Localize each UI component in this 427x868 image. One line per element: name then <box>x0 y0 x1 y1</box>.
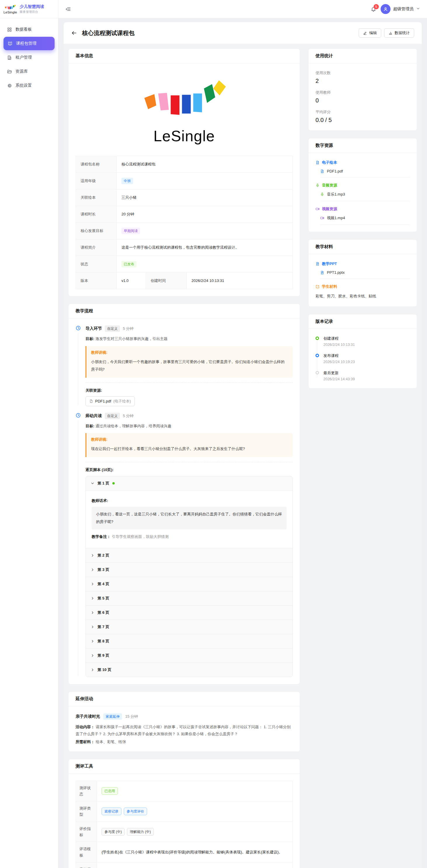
file-icon <box>89 399 93 403</box>
activity-header: 亲子共读时光 家庭延伸 15 分钟 <box>75 713 293 720</box>
resource-file[interactable]: 音乐1.mp3 <box>320 192 410 201</box>
basic-info-table: 课程包名称 核心流程测试课程包 适用年级 中班 关联绘本 <box>75 156 293 289</box>
table-row: 核心发展目标 早期阅读 <box>76 222 293 239</box>
sidebar-item-label: 系统设置 <box>16 83 32 88</box>
resource-group-audio: 音频资源 音乐1.mp3 <box>315 183 410 201</box>
table-row: 评价指标 参与度 (中) 理解能力 (中) <box>76 822 293 842</box>
row-label: 核心发展目标 <box>76 223 117 239</box>
timeline-event-updated: 最后更新 2026/2/24 14:43:39 <box>324 370 410 381</box>
group-label-text: 音频资源 <box>322 183 337 188</box>
version-timeline: 创建课程 2026/2/24 10:13:31 发布课程 2026/2/24 1… <box>315 336 410 381</box>
teacher-script-box: 教师讲稿: 小朋友们，今天我们要听一个有趣的故事，故事里有三只可爱的小猪，它们要… <box>86 346 293 378</box>
file-name: 音乐1.mp3 <box>327 192 345 197</box>
row-label: 课程简介 <box>76 239 117 256</box>
script-label: 教师讲稿: <box>91 437 288 442</box>
group-label: 学生材料 <box>315 284 410 289</box>
card-title: 数字资源 <box>308 138 417 153</box>
table-row: 测评类型 观察记录 参与度评价 <box>76 801 293 822</box>
table-row: 适用年级 中班 <box>76 173 293 189</box>
resource-file[interactable]: PDF1.pdf <box>320 169 410 178</box>
accordion-row-page-2[interactable]: 第 2 页 <box>86 548 293 562</box>
card-title: 测评工具 <box>69 759 300 774</box>
step-header: 师幼共读 自定义 5 分钟 <box>86 413 293 419</box>
chevron-down-icon <box>416 7 420 11</box>
script-text: 小朋友们，今天我们要听一个有趣的故事，故事里有三只可爱的小猪，它们要盖房子。你们… <box>91 358 288 373</box>
event-label: 发布课程 <box>324 353 410 359</box>
data-stats-button[interactable]: 数据统计 <box>384 28 414 38</box>
material-group-ppt: 教学PPT PPT1.pptx <box>315 261 410 279</box>
row-value: 三只小猪 <box>117 189 293 206</box>
pencil-icon <box>363 31 367 35</box>
row-label: 评价指标 <box>76 822 97 842</box>
accordion-row-page-5[interactable]: 第 5 页 <box>86 591 293 605</box>
timeline-event-created: 创建课程 2026/2/24 10:13:31 <box>324 336 410 347</box>
user-menu[interactable]: 超级管理员 <box>380 4 420 14</box>
resource-file[interactable]: PPT1.pptx <box>320 270 410 279</box>
accordion-row-page-9[interactable]: 第 9 页 <box>86 648 293 662</box>
created-time-value: 2026/2/24 10:13:31 <box>187 273 293 289</box>
accordion-row-page-1[interactable]: 第 1 页 <box>86 476 293 490</box>
folder-icon <box>7 69 12 74</box>
page-row-label: 第 5 页 <box>97 596 109 601</box>
activity-materials-label: 所需材料： <box>75 740 95 744</box>
step-goal: 目标: 通过共读绘本，理解故事内容，培养阅读兴趣 <box>86 423 293 429</box>
row-value: 早期阅读 <box>117 223 293 239</box>
clock-icon <box>75 413 81 418</box>
teaching-flow-card: 教学流程 导入环节 自定义 <box>68 304 300 684</box>
stat-label: 平均评分 <box>315 110 410 115</box>
goal-text: 激发学生对三只小猪故事的兴趣，引出主题 <box>95 337 167 341</box>
accordion-row-page-7[interactable]: 第 7 页 <box>86 620 293 634</box>
topbar-right: 5 超级管理员 <box>371 4 420 14</box>
comment-template-text: {学生姓名}在《三只小猪》课程中表现出{评价等级}的阅读理解能力。能够{具体表现… <box>97 842 293 862</box>
step-type-badge: 自定义 <box>105 413 120 419</box>
activity-materials: 所需材料： 绘本、彩笔、纸张 <box>75 739 293 745</box>
row-label: 课程时长 <box>76 206 117 222</box>
chevron-down-icon <box>91 482 94 485</box>
event-time: 2026/2/24 14:43:39 <box>324 377 410 381</box>
edit-button[interactable]: 编辑 <box>359 28 381 38</box>
accordion-row-page-10[interactable]: 第 10 页 <box>86 662 293 677</box>
resource-chip[interactable]: PDF1.pdf (电子绘本) <box>86 396 135 406</box>
sidebar-item-resources[interactable]: 资源库 <box>0 65 58 78</box>
assessment-type-badge: 参与度评价 <box>124 808 147 815</box>
stat-value: 2 <box>315 78 410 84</box>
timeline-event-published: 发布课程 2026/2/24 10:19:23 <box>324 353 410 364</box>
chevron-right-icon <box>91 582 94 586</box>
row-value: 不需要 <box>97 863 293 868</box>
page-title: 核心流程测试课程包 <box>82 29 134 37</box>
brand-logo-text: LeSingle <box>3 10 17 14</box>
linked-resources-label: 关联资源: <box>86 388 293 393</box>
accordion-row-page-6[interactable]: 第 6 页 <box>86 605 293 620</box>
app-subtitle: 服务管理后台 <box>20 10 44 14</box>
sidebar-item-dashboard[interactable]: 数据看板 <box>0 23 58 36</box>
accordion-row-page-8[interactable]: 第 8 页 <box>86 634 293 648</box>
sidebar-item-tenants[interactable]: 租户管理 <box>0 51 58 64</box>
chevron-right-icon <box>91 640 94 643</box>
table-row: 课程时长 20 分钟 <box>76 206 293 222</box>
row-value: 这是一个用于核心流程测试的课程包，包含完整的阅读教学流程设计。 <box>117 239 293 256</box>
goal-label: 目标: <box>86 424 94 428</box>
document-icon <box>315 160 319 165</box>
extension-activity-card: 延伸活动 亲子共读时光 家庭延伸 15 分钟 活动内容： 请家长和孩子一起再次阅… <box>68 691 300 752</box>
sidebar-collapse-button[interactable] <box>65 6 71 12</box>
page-scripts-accordion: 第 1 页 教师话术: 小朋友们，看这一页，这是三只小猪，它们长大了，要离开妈妈… <box>86 476 293 677</box>
page-row-label: 第 1 页 <box>97 481 109 486</box>
sidebar-item-settings[interactable]: 系统设置 <box>0 79 58 92</box>
activity-content: 活动内容： 请家长和孩子一起再次阅读《三只小猪》的故事，可以让孩子尝试复述故事内… <box>75 723 293 738</box>
accordion-row-page-4[interactable]: 第 4 页 <box>86 577 293 591</box>
enabled-badge: 已启用 <box>101 787 118 795</box>
sidebar-item-course-packages[interactable]: 课程包管理 <box>3 37 55 50</box>
back-button[interactable] <box>71 30 77 36</box>
resource-file[interactable]: 视频1.mp4 <box>320 215 410 225</box>
group-label-text: 学生材料 <box>322 284 337 289</box>
brand-text: 少儿智慧阅读 服务管理后台 <box>20 4 44 14</box>
usage-stats-card: 使用统计 使用次数 2 使用教师 0 <box>308 49 417 131</box>
resource-file-name: PDF1.pdf <box>95 399 111 403</box>
row-value: 已发布 <box>117 256 293 272</box>
accordion-row-page-3[interactable]: 第 3 页 <box>86 562 293 577</box>
chevron-right-icon <box>91 554 94 557</box>
row-label: 家长反馈 <box>76 863 97 868</box>
notifications-button[interactable]: 5 <box>371 6 376 12</box>
card-title: 教学流程 <box>69 304 300 318</box>
card-title: 基本信息 <box>69 49 300 63</box>
